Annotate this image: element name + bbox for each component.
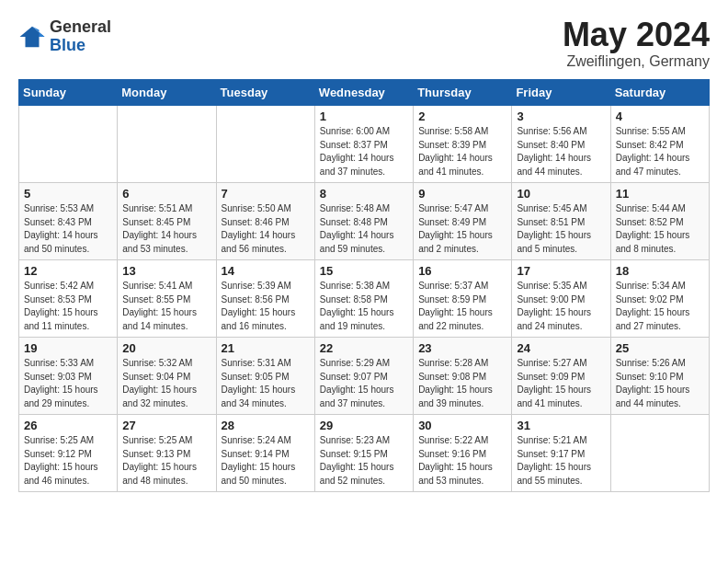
calendar-week-3: 12Sunrise: 5:42 AM Sunset: 8:53 PM Dayli… xyxy=(19,260,710,338)
day-number: 7 xyxy=(222,187,310,201)
calendar-table: Sunday Monday Tuesday Wednesday Thursday… xyxy=(18,79,710,492)
day-info: Sunrise: 5:24 AM Sunset: 9:14 PM Dayligh… xyxy=(222,434,310,488)
day-number: 14 xyxy=(222,264,310,278)
day-info: Sunrise: 5:42 AM Sunset: 8:53 PM Dayligh… xyxy=(24,280,112,333)
calendar-cell: 12Sunrise: 5:42 AM Sunset: 8:53 PM Dayli… xyxy=(19,260,118,338)
day-info: Sunrise: 5:50 AM Sunset: 8:46 PM Dayligh… xyxy=(222,202,310,256)
calendar-cell: 25Sunrise: 5:26 AM Sunset: 9:10 PM Dayli… xyxy=(610,338,709,415)
day-number: 21 xyxy=(222,341,310,355)
calendar-cell: 18Sunrise: 5:34 AM Sunset: 9:02 PM Dayli… xyxy=(610,260,709,338)
calendar-cell: 7Sunrise: 5:50 AM Sunset: 8:46 PM Daylig… xyxy=(216,183,314,260)
day-number: 25 xyxy=(616,341,704,355)
calendar-cell: 1Sunrise: 6:00 AM Sunset: 8:37 PM Daylig… xyxy=(314,106,413,183)
day-number: 29 xyxy=(320,419,408,432)
calendar-cell: 5Sunrise: 5:53 AM Sunset: 8:43 PM Daylig… xyxy=(19,183,118,260)
day-info: Sunrise: 5:44 AM Sunset: 8:52 PM Dayligh… xyxy=(616,202,704,256)
day-number: 30 xyxy=(418,419,506,432)
location-subtitle: Zweiflingen, Germany xyxy=(563,53,710,70)
day-number: 1 xyxy=(320,109,408,123)
day-number: 20 xyxy=(122,341,210,355)
calendar-cell: 17Sunrise: 5:35 AM Sunset: 9:00 PM Dayli… xyxy=(512,260,610,338)
header-friday: Friday xyxy=(512,80,610,106)
day-info: Sunrise: 5:26 AM Sunset: 9:10 PM Dayligh… xyxy=(616,357,704,410)
calendar-cell: 22Sunrise: 5:29 AM Sunset: 9:07 PM Dayli… xyxy=(314,338,413,415)
day-info: Sunrise: 5:29 AM Sunset: 9:07 PM Dayligh… xyxy=(320,357,408,410)
calendar-week-4: 19Sunrise: 5:33 AM Sunset: 9:03 PM Dayli… xyxy=(19,338,710,415)
month-year-title: May 2024 xyxy=(563,18,710,52)
day-number: 16 xyxy=(418,264,506,278)
calendar-cell: 26Sunrise: 5:25 AM Sunset: 9:12 PM Dayli… xyxy=(19,415,118,492)
calendar-cell: 27Sunrise: 5:25 AM Sunset: 9:13 PM Dayli… xyxy=(118,415,216,492)
day-info: Sunrise: 5:33 AM Sunset: 9:03 PM Dayligh… xyxy=(24,357,112,410)
logo: General Blue xyxy=(18,18,111,55)
day-number: 13 xyxy=(122,264,210,278)
calendar-header-row: Sunday Monday Tuesday Wednesday Thursday… xyxy=(19,80,710,106)
calendar-cell: 16Sunrise: 5:37 AM Sunset: 8:59 PM Dayli… xyxy=(414,260,512,338)
header-sunday: Sunday xyxy=(19,80,118,106)
calendar-cell: 21Sunrise: 5:31 AM Sunset: 9:05 PM Dayli… xyxy=(216,338,314,415)
day-info: Sunrise: 5:38 AM Sunset: 8:58 PM Dayligh… xyxy=(320,280,408,333)
calendar-cell: 31Sunrise: 5:21 AM Sunset: 9:17 PM Dayli… xyxy=(512,415,610,492)
page-header: General Blue May 2024 Zweiflingen, Germa… xyxy=(18,18,710,70)
day-info: Sunrise: 5:34 AM Sunset: 9:02 PM Dayligh… xyxy=(616,280,704,333)
logo-blue-text: Blue xyxy=(50,37,111,55)
calendar-cell: 24Sunrise: 5:27 AM Sunset: 9:09 PM Dayli… xyxy=(512,338,610,415)
day-number: 27 xyxy=(122,419,210,432)
calendar-week-2: 5Sunrise: 5:53 AM Sunset: 8:43 PM Daylig… xyxy=(19,183,710,260)
calendar-week-1: 1Sunrise: 6:00 AM Sunset: 8:37 PM Daylig… xyxy=(19,106,710,183)
day-info: Sunrise: 5:28 AM Sunset: 9:08 PM Dayligh… xyxy=(418,357,506,410)
day-info: Sunrise: 5:47 AM Sunset: 8:49 PM Dayligh… xyxy=(418,202,506,256)
day-info: Sunrise: 5:23 AM Sunset: 9:15 PM Dayligh… xyxy=(320,434,408,488)
day-number: 11 xyxy=(616,187,704,201)
calendar-cell: 13Sunrise: 5:41 AM Sunset: 8:55 PM Dayli… xyxy=(118,260,216,338)
day-info: Sunrise: 5:55 AM Sunset: 8:42 PM Dayligh… xyxy=(616,125,704,178)
day-number: 9 xyxy=(418,187,506,201)
day-number: 2 xyxy=(418,109,506,123)
header-saturday: Saturday xyxy=(610,80,709,106)
day-info: Sunrise: 5:51 AM Sunset: 8:45 PM Dayligh… xyxy=(122,202,210,256)
day-number: 28 xyxy=(222,419,310,432)
calendar-cell: 28Sunrise: 5:24 AM Sunset: 9:14 PM Dayli… xyxy=(216,415,314,492)
calendar-cell xyxy=(610,415,709,492)
calendar-cell: 10Sunrise: 5:45 AM Sunset: 8:51 PM Dayli… xyxy=(512,183,610,260)
day-info: Sunrise: 5:58 AM Sunset: 8:39 PM Dayligh… xyxy=(418,125,506,178)
day-info: Sunrise: 5:21 AM Sunset: 9:17 PM Dayligh… xyxy=(517,434,605,488)
calendar-cell: 14Sunrise: 5:39 AM Sunset: 8:56 PM Dayli… xyxy=(216,260,314,338)
day-info: Sunrise: 5:27 AM Sunset: 9:09 PM Dayligh… xyxy=(517,357,605,410)
day-number: 15 xyxy=(320,264,408,278)
day-number: 31 xyxy=(517,419,605,432)
day-info: Sunrise: 5:41 AM Sunset: 8:55 PM Dayligh… xyxy=(122,280,210,333)
day-number: 3 xyxy=(517,109,605,123)
logo-icon xyxy=(18,23,46,51)
calendar-cell xyxy=(216,106,314,183)
day-number: 24 xyxy=(517,341,605,355)
day-info: Sunrise: 5:39 AM Sunset: 8:56 PM Dayligh… xyxy=(222,280,310,333)
calendar-cell: 8Sunrise: 5:48 AM Sunset: 8:48 PM Daylig… xyxy=(314,183,413,260)
day-number: 4 xyxy=(616,109,704,123)
calendar-cell: 4Sunrise: 5:55 AM Sunset: 8:42 PM Daylig… xyxy=(610,106,709,183)
day-info: Sunrise: 5:22 AM Sunset: 9:16 PM Dayligh… xyxy=(418,434,506,488)
day-number: 19 xyxy=(24,341,112,355)
calendar-cell: 30Sunrise: 5:22 AM Sunset: 9:16 PM Dayli… xyxy=(414,415,512,492)
day-number: 8 xyxy=(320,187,408,201)
calendar-cell xyxy=(19,106,118,183)
day-number: 18 xyxy=(616,264,704,278)
header-tuesday: Tuesday xyxy=(216,80,314,106)
day-info: Sunrise: 5:31 AM Sunset: 9:05 PM Dayligh… xyxy=(222,357,310,410)
day-info: Sunrise: 5:37 AM Sunset: 8:59 PM Dayligh… xyxy=(418,280,506,333)
calendar-cell: 19Sunrise: 5:33 AM Sunset: 9:03 PM Dayli… xyxy=(19,338,118,415)
day-info: Sunrise: 6:00 AM Sunset: 8:37 PM Dayligh… xyxy=(320,125,408,178)
calendar-cell: 3Sunrise: 5:56 AM Sunset: 8:40 PM Daylig… xyxy=(512,106,610,183)
day-info: Sunrise: 5:25 AM Sunset: 9:12 PM Dayligh… xyxy=(24,434,112,488)
day-info: Sunrise: 5:45 AM Sunset: 8:51 PM Dayligh… xyxy=(517,202,605,256)
day-number: 23 xyxy=(418,341,506,355)
day-info: Sunrise: 5:48 AM Sunset: 8:48 PM Dayligh… xyxy=(320,202,408,256)
header-monday: Monday xyxy=(118,80,216,106)
title-section: May 2024 Zweiflingen, Germany xyxy=(563,18,710,70)
day-number: 17 xyxy=(517,264,605,278)
calendar-cell: 29Sunrise: 5:23 AM Sunset: 9:15 PM Dayli… xyxy=(314,415,413,492)
calendar-cell: 20Sunrise: 5:32 AM Sunset: 9:04 PM Dayli… xyxy=(118,338,216,415)
calendar-cell: 9Sunrise: 5:47 AM Sunset: 8:49 PM Daylig… xyxy=(414,183,512,260)
calendar-cell: 2Sunrise: 5:58 AM Sunset: 8:39 PM Daylig… xyxy=(414,106,512,183)
day-number: 12 xyxy=(24,264,112,278)
